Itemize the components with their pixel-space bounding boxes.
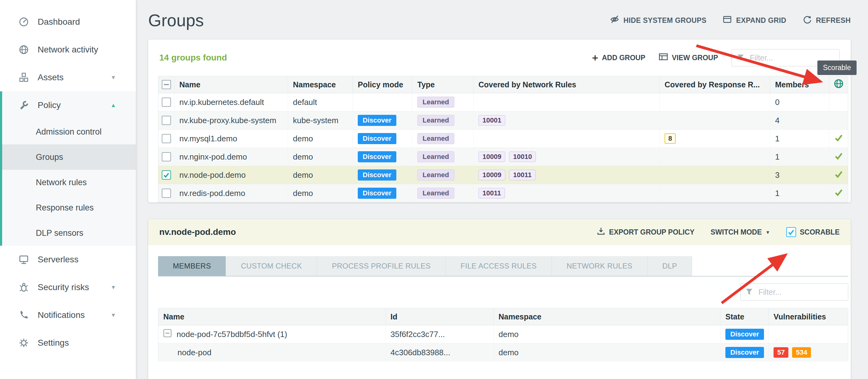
sidebar: Dashboard Network activity Assets ▼ Poli… [0,0,136,379]
groups-panel: 14 groups found + ADD GROUP VIEW GROUP [148,39,851,202]
expand-grid-button[interactable]: EXPAND GRID [723,15,786,26]
hide-system-groups-button[interactable]: HIDE SYSTEM GROUPS [610,15,707,26]
group-detail-actions: EXPORT GROUP POLICY SWITCH MODE ▼ SCORAB… [597,227,840,237]
filter-funnel-icon [737,54,745,63]
sidebar-item-groups[interactable]: Groups [2,145,136,170]
scorable-checkbox[interactable] [786,227,796,237]
row-checkbox-checked[interactable] [162,170,171,180]
select-all-checkbox-cell[interactable] [158,76,175,93]
member-row[interactable]: node-pod 4c306db83988... demo Discover 5… [158,344,848,361]
members-table-header: Name Id Namespace State Vulnerabilities [158,308,848,325]
group-name: nv.nginx-pod.demo [175,148,288,166]
sidebar-item-dlp-sensors[interactable]: DLP sensors [2,220,136,246]
group-namespace: default [288,93,353,111]
scorable-check-icon [834,188,843,199]
add-group-button[interactable]: + ADD GROUP [592,53,645,62]
tab-network-rules[interactable]: NETWORK RULES [552,256,648,276]
scorable-check-icon [834,133,843,145]
sidebar-section-policy: Policy ▲ Admission control Groups Networ… [0,91,136,246]
sidebar-item-label: Network activity [38,45,98,55]
collapse-icon[interactable] [163,329,172,340]
column-header-network-rules[interactable]: Covered by Network Rules [473,76,660,93]
member-namespace: demo [494,325,720,343]
member-row[interactable]: node-pod-7c57bdbf5d-5hfvt (1) 35f6f2cc3c… [158,325,848,344]
button-label: VIEW GROUP [672,54,718,62]
type-badge: Learned [417,169,454,181]
policy-mode-badge: Discover [358,169,396,181]
sidebar-item-network-activity[interactable]: Network activity [0,36,136,64]
policy-mode-badge: Discover [358,115,396,126]
tab-process-profile-rules[interactable]: PROCESS PROFILE RULES [317,256,446,276]
sidebar-item-label: Groups [36,153,63,162]
column-header-response-rules[interactable]: Covered by Response R... [660,76,770,93]
column-header-scorable[interactable] [829,76,848,93]
refresh-button[interactable]: REFRESH [802,15,851,26]
select-all-checkbox[interactable] [162,80,171,89]
row-checkbox[interactable] [162,152,171,161]
switch-mode-button[interactable]: SWITCH MODE ▼ [711,228,770,236]
column-header-name[interactable]: Name [158,308,385,325]
scorable-check-icon [834,169,843,181]
tab-members[interactable]: MEMBERS [158,256,226,276]
column-header-namespace[interactable]: Namespace [494,308,720,325]
members-count: 1 [770,184,829,202]
row-checkbox[interactable] [162,189,171,198]
sidebar-item-label: Serverless [38,255,79,264]
column-header-name[interactable]: Name [175,76,288,93]
page-header: Groups HIDE SYSTEM GROUPS EXPAND GRID [148,5,851,35]
vuln-medium-badge: 534 [792,347,811,358]
sidebar-item-response-rules[interactable]: Response rules [2,195,136,220]
chevron-down-icon: ▼ [111,284,116,291]
members-filter-input[interactable] [740,283,848,301]
sidebar-item-security-risks[interactable]: Security risks ▼ [0,274,136,301]
page-title: Groups [148,10,204,30]
groups-panel-actions: + ADD GROUP VIEW GROUP [592,49,840,66]
scorable-toggle[interactable]: SCORABLE [786,227,840,237]
globe-icon [833,78,844,91]
table-row[interactable]: nv.nginx-pod.demo demo Discover Learned … [158,148,848,166]
sidebar-item-serverless[interactable]: Serverless [0,246,136,274]
sidebar-item-notifications[interactable]: Notifications ▼ [0,301,136,329]
column-header-id[interactable]: Id [385,308,494,325]
members-count: 0 [770,93,829,111]
eye-slash-icon [610,15,619,26]
group-namespace: demo [288,148,353,166]
tab-file-access-rules[interactable]: FILE ACCESS RULES [446,256,552,276]
sidebar-item-settings[interactable]: Settings [0,329,136,357]
sidebar-item-dashboard[interactable]: Dashboard [0,8,136,36]
sidebar-item-assets[interactable]: Assets ▼ [0,64,136,91]
column-header-namespace[interactable]: Namespace [288,76,353,93]
column-header-policy-mode[interactable]: Policy mode [353,76,412,93]
view-group-button[interactable]: VIEW GROUP [659,52,718,63]
table-row[interactable]: nv.ip.kubernetes.default default Learned… [158,93,848,112]
sidebar-item-label: Settings [38,338,69,348]
groups-table-header: Name Namespace Policy mode Type Covered … [158,76,848,93]
sidebar-item-admission-control[interactable]: Admission control [2,119,136,145]
security-risks-icon [18,282,30,292]
chevron-down-icon: ▼ [111,74,116,81]
sidebar-item-network-rules[interactable]: Network rules [2,170,136,195]
sidebar-item-label: Assets [38,72,64,83]
column-header-members[interactable]: Members [770,76,829,93]
table-row[interactable]: nv.redis-pod.demo demo Discover Learned … [158,184,848,202]
row-checkbox[interactable] [162,97,171,107]
column-header-type[interactable]: Type [412,76,473,93]
column-header-vulnerabilities[interactable]: Vulnerabilities [769,308,848,325]
tab-custom-check[interactable]: CUSTOM CHECK [226,256,317,276]
export-group-policy-button[interactable]: EXPORT GROUP POLICY [597,227,694,237]
scorable-check-icon [834,151,843,163]
button-label: SCORABLE [800,228,840,236]
row-checkbox[interactable] [162,134,171,143]
group-namespace: demo [288,184,353,202]
action-label: REFRESH [816,17,851,25]
sidebar-item-label: Dashboard [38,17,80,27]
group-name: nv.ip.kubernetes.default [175,93,288,111]
row-checkbox[interactable] [162,116,171,125]
table-row[interactable]: nv.mysql1.demo demo Discover Learned 8 1 [158,130,848,148]
tab-dlp[interactable]: DLP [648,256,692,276]
table-row[interactable]: nv.kube-proxy.kube-system kube-system Di… [158,112,848,130]
column-header-state[interactable]: State [720,308,769,325]
vuln-high-badge: 57 [774,347,788,358]
sidebar-item-policy[interactable]: Policy ▲ [2,91,136,119]
table-row-selected[interactable]: nv.node-pod.demo demo Discover Learned 1… [158,166,848,184]
